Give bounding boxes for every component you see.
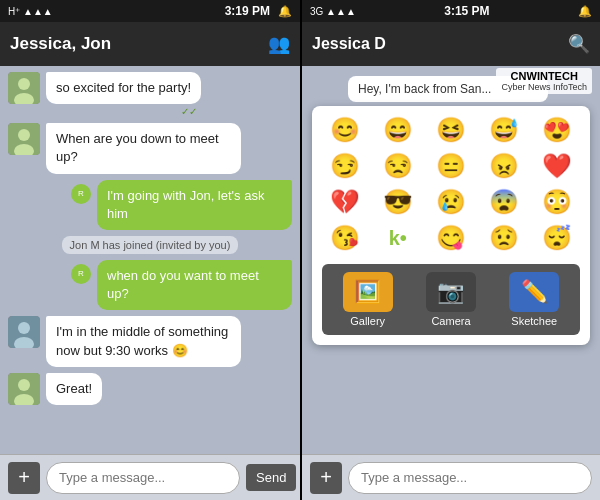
left-status-right-icons: 🔔 — [278, 5, 292, 18]
emoji-worried[interactable]: 😟 — [482, 224, 527, 252]
left-header-actions: 👥 — [268, 33, 290, 55]
message-input[interactable] — [46, 462, 240, 494]
message-text: When are you down to meet up? — [56, 131, 219, 164]
emoji-6[interactable]: 😏 — [322, 152, 367, 180]
emoji-scared[interactable]: 😨 — [482, 188, 527, 216]
left-status-bar: H⁺ ▲▲▲ 3:19 PM 🔔 — [0, 0, 300, 22]
right-chat-title: Jessica D — [312, 35, 386, 53]
svg-point-10 — [18, 379, 30, 391]
messages-list: so excited for the party! ✓✓ When are yo… — [0, 66, 300, 454]
sketchee-app-icon[interactable]: ✏️ Sketchee — [509, 272, 559, 327]
emoji-kik[interactable]: k• — [375, 224, 420, 252]
right-message-input[interactable] — [348, 462, 592, 494]
avatar — [8, 72, 40, 104]
camera-label: Camera — [431, 315, 470, 327]
left-chat-title: Jessica, Jon — [10, 34, 111, 54]
emoji-1[interactable]: 😊 — [322, 116, 367, 144]
add-icon: + — [18, 466, 30, 489]
emoji-blush[interactable]: 😳 — [535, 188, 580, 216]
message-text: so excited for the party! — [56, 80, 191, 95]
message-text: Great! — [56, 381, 92, 396]
watermark-subtitle: Cyber News InfoTech — [501, 82, 587, 92]
gallery-label: Gallery — [350, 315, 385, 327]
message-bubble: When are you down to meet up? — [46, 123, 241, 173]
emoji-cool[interactable]: 😎 — [375, 188, 420, 216]
table-row: I'm going with Jon, let's ask him R — [8, 180, 292, 230]
avatar — [8, 123, 40, 155]
emoji-kiss[interactable]: 😘 — [322, 224, 367, 252]
sketchee-icon: ✏️ — [509, 272, 559, 312]
table-row: so excited for the party! ✓✓ — [8, 72, 292, 117]
left-time: 3:19 PM — [225, 4, 270, 18]
message-bubble: when do you want to meet up? — [97, 260, 292, 310]
emoji-broken-heart[interactable]: 💔 — [322, 188, 367, 216]
system-message-row: Jon M has joined (invited by you) — [8, 236, 292, 254]
emoji-heart[interactable]: ❤️ — [535, 152, 580, 180]
svg-point-1 — [18, 78, 30, 90]
add-button[interactable]: + — [8, 462, 40, 494]
right-add-button[interactable]: + — [310, 462, 342, 494]
right-messages-area: CNWINTECH Cyber News InfoTech Hey, I'm b… — [302, 66, 600, 454]
emoji-7[interactable]: 😒 — [375, 152, 420, 180]
outgoing-avatar: R — [71, 264, 91, 284]
emoji-5[interactable]: 😍 — [535, 116, 580, 144]
right-status-icons: 3G ▲▲▲ — [310, 6, 356, 17]
read-check: ✓✓ — [181, 106, 197, 117]
app-icons-bar: 🖼️ Gallery 📷 Camera ✏️ Sketchee — [322, 264, 580, 335]
outgoing-avatar: R — [71, 184, 91, 204]
left-status-icons: H⁺ ▲▲▲ — [8, 6, 221, 17]
table-row: When are you down to meet up? — [8, 123, 292, 173]
people-icon[interactable]: 👥 — [268, 33, 290, 55]
emoji-tongue[interactable]: 😋 — [428, 224, 473, 252]
right-header: Jessica D 🔍 — [302, 22, 600, 66]
camera-icon: 📷 — [426, 272, 476, 312]
message-bubble: I'm in the middle of something now but 9… — [46, 316, 241, 366]
emoji-3[interactable]: 😆 — [428, 116, 473, 144]
emoji-sleep[interactable]: 😴 — [535, 224, 580, 252]
svg-point-4 — [18, 129, 30, 141]
watermark-title: CNWINTECH — [501, 70, 587, 82]
message-text: I'm going with Jon, let's ask him — [107, 188, 264, 221]
left-header: Jessica, Jon 👥 — [0, 22, 300, 66]
right-search-icon[interactable]: 🔍 — [568, 33, 590, 55]
message-bubble: I'm going with Jon, let's ask him — [97, 180, 292, 230]
emoji-9[interactable]: 😠 — [482, 152, 527, 180]
emoji-2[interactable]: 😄 — [375, 116, 420, 144]
message-text: I'm in the middle of something now but 9… — [56, 324, 228, 357]
left-chat-panel: H⁺ ▲▲▲ 3:19 PM 🔔 Jessica, Jon 👥 so excit… — [0, 0, 300, 500]
right-add-icon: + — [320, 466, 332, 489]
emoji-4[interactable]: 😅 — [482, 116, 527, 144]
message-bubble: so excited for the party! — [46, 72, 201, 104]
message-text: when do you want to meet up? — [107, 268, 259, 301]
send-button[interactable]: Send — [246, 464, 296, 491]
avatar — [8, 373, 40, 405]
emoji-8[interactable]: 😑 — [428, 152, 473, 180]
emoji-cry[interactable]: 😢 — [428, 188, 473, 216]
watermark: CNWINTECH Cyber News InfoTech — [496, 68, 592, 94]
system-message: Jon M has joined (invited by you) — [62, 236, 239, 254]
right-status-bar: 3G ▲▲▲ 3:15 PM 🔔 — [302, 0, 600, 22]
gallery-app-icon[interactable]: 🖼️ Gallery — [343, 272, 393, 327]
system-text: Jon M has joined (invited by you) — [70, 239, 231, 251]
right-input-bar: + — [302, 454, 600, 500]
table-row: when do you want to meet up? R — [8, 260, 292, 310]
gallery-icon: 🖼️ — [343, 272, 393, 312]
message-bubble: Great! — [46, 373, 102, 405]
outgoing-icon: R — [78, 269, 84, 278]
right-status-right-icons: 🔔 — [578, 5, 592, 18]
right-chat-panel: 3G ▲▲▲ 3:15 PM 🔔 Jessica D 🔍 CNWINTECH C… — [302, 0, 600, 500]
right-time: 3:15 PM — [444, 4, 489, 18]
outgoing-icon: R — [78, 189, 84, 198]
svg-point-7 — [18, 322, 30, 334]
camera-app-icon[interactable]: 📷 Camera — [426, 272, 476, 327]
sketchee-label: Sketchee — [511, 315, 557, 327]
emoji-picker: 😊 😄 😆 😅 😍 😏 😒 😑 😠 ❤️ 💔 😎 😢 😨 😳 😘 k• 😋 😟 … — [312, 106, 590, 345]
table-row: I'm in the middle of something now but 9… — [8, 316, 292, 366]
avatar — [8, 316, 40, 348]
left-input-bar: + Send — [0, 454, 300, 500]
table-row: Great! — [8, 373, 292, 405]
